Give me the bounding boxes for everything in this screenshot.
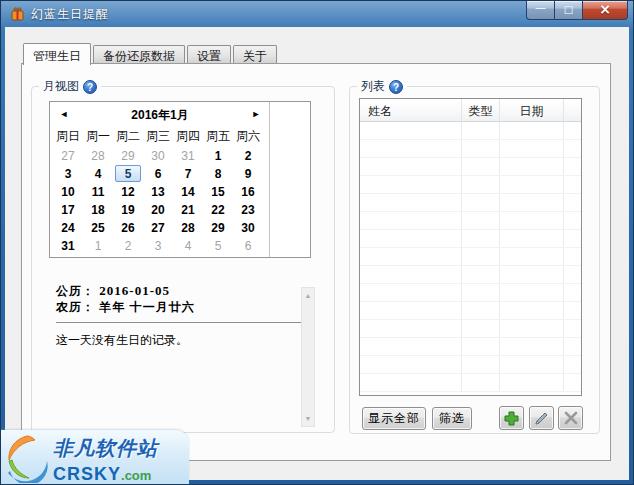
- calendar-day[interactable]: 18: [83, 201, 113, 219]
- table-cell: [564, 176, 581, 193]
- calendar-day[interactable]: 31: [173, 147, 203, 165]
- list-label: 列表: [361, 78, 385, 95]
- calendar-day[interactable]: 29: [113, 147, 143, 165]
- calendar-day[interactable]: 9: [233, 165, 263, 183]
- calendar-day[interactable]: 17: [53, 201, 83, 219]
- table-cell: [564, 284, 581, 301]
- table-cell: [462, 212, 500, 229]
- table-cell: [500, 194, 564, 211]
- table-cell: [360, 158, 462, 175]
- table-cell: [564, 230, 581, 247]
- calendar-day[interactable]: 12: [113, 183, 143, 201]
- tab-settings[interactable]: 设置: [187, 45, 231, 64]
- calendar-month-title[interactable]: 2016年1月: [70, 107, 250, 124]
- calendar-day[interactable]: 30: [233, 219, 263, 237]
- calendar-day[interactable]: 27: [143, 219, 173, 237]
- calendar-day[interactable]: 26: [113, 219, 143, 237]
- scroll-up-button[interactable]: ▲: [302, 288, 314, 303]
- tab-backup-restore[interactable]: 备份还原数据: [93, 45, 185, 64]
- calendar-day[interactable]: 1: [83, 237, 113, 255]
- show-all-button[interactable]: 显示全部: [362, 407, 426, 430]
- add-button[interactable]: [499, 406, 524, 430]
- table-cell: [564, 140, 581, 157]
- calendar-day[interactable]: 3: [143, 237, 173, 255]
- calendar-day[interactable]: 7: [173, 165, 203, 183]
- calendar-day-selected[interactable]: 5: [113, 165, 143, 183]
- calendar-day[interactable]: 15: [203, 183, 233, 201]
- column-header-name[interactable]: 姓名: [360, 99, 462, 121]
- client-area: 管理生日备份还原数据设置关于 月视图 ? ◄ ► 2016年1月 周日周一周二周…: [5, 27, 629, 480]
- table-cell: [462, 266, 500, 283]
- calendar-day[interactable]: 31: [53, 237, 83, 255]
- table-cell: [564, 212, 581, 229]
- calendar-day[interactable]: 29: [203, 219, 233, 237]
- help-icon[interactable]: ?: [389, 80, 403, 94]
- weekday-header-row: 周日周一周二周三周四周五周六: [53, 128, 263, 146]
- calendar-day[interactable]: 5: [203, 237, 233, 255]
- window-controls: — □ ×: [526, 1, 628, 20]
- column-header-date[interactable]: 日期: [500, 99, 564, 121]
- weekday-label: 周二: [113, 128, 143, 146]
- calendar-day[interactable]: 13: [143, 183, 173, 201]
- delete-button[interactable]: [558, 406, 583, 430]
- calendar-day[interactable]: 23: [233, 201, 263, 219]
- selected-day-highlight: 5: [115, 165, 141, 182]
- calendar-day[interactable]: 4: [173, 237, 203, 255]
- calendar-day[interactable]: 3: [53, 165, 83, 183]
- calendar-day[interactable]: 14: [173, 183, 203, 201]
- listview-header: 姓名类型日期: [360, 99, 581, 122]
- table-row: [360, 230, 581, 248]
- table-cell: [360, 194, 462, 211]
- next-month-button[interactable]: ►: [248, 106, 264, 122]
- scroll-down-button[interactable]: ▼: [302, 411, 314, 426]
- window-title: 幻蓝生日提醒: [31, 6, 109, 23]
- filter-button[interactable]: 筛选: [432, 407, 472, 430]
- calendar-day[interactable]: 27: [53, 147, 83, 165]
- table-cell: [462, 284, 500, 301]
- app-window: 幻蓝生日提醒 — □ × 管理生日备份还原数据设置关于 月视图 ? ◄ ► 20…: [0, 0, 634, 485]
- calendar-day[interactable]: 11: [83, 183, 113, 201]
- calendar-day[interactable]: 21: [173, 201, 203, 219]
- calendar-day[interactable]: 10: [53, 183, 83, 201]
- table-row: [360, 248, 581, 266]
- help-icon[interactable]: ?: [83, 80, 97, 94]
- calendar-day[interactable]: 30: [143, 147, 173, 165]
- info-scrollbar[interactable]: ▲ ▼: [301, 287, 315, 427]
- calendar-day[interactable]: 2: [113, 237, 143, 255]
- column-header-type[interactable]: 类型: [462, 99, 500, 121]
- calendar-day[interactable]: 6: [233, 237, 263, 255]
- table-cell: [500, 230, 564, 247]
- calendar-day[interactable]: 16: [233, 183, 263, 201]
- table-cell: [462, 356, 500, 373]
- edit-button[interactable]: [529, 406, 554, 430]
- table-cell: [564, 248, 581, 265]
- close-button[interactable]: ×: [582, 1, 628, 20]
- calendar-day[interactable]: 19: [113, 201, 143, 219]
- calendar-day[interactable]: 24: [53, 219, 83, 237]
- calendar-day[interactable]: 25: [83, 219, 113, 237]
- selected-date-info: 公历： 2016-01-05 农历： 羊年 十一月廿六 这一天没有生日的记录。: [56, 283, 301, 348]
- tab-manage-birthdays[interactable]: 管理生日: [23, 43, 91, 65]
- tab-about[interactable]: 关于: [233, 45, 277, 64]
- table-cell: [500, 140, 564, 157]
- table-cell: [462, 302, 500, 319]
- weekday-label: 周三: [143, 128, 173, 146]
- calendar-day[interactable]: 22: [203, 201, 233, 219]
- calendar-day[interactable]: 8: [203, 165, 233, 183]
- calendar-day[interactable]: 20: [143, 201, 173, 219]
- table-cell: [500, 356, 564, 373]
- table-cell: [500, 374, 564, 391]
- calendar-day[interactable]: 2: [233, 147, 263, 165]
- calendar-separator: [269, 102, 270, 257]
- solar-date-label: 公历：: [56, 284, 95, 298]
- minimize-button[interactable]: —: [526, 1, 555, 20]
- maximize-button[interactable]: □: [555, 1, 582, 20]
- table-cell: [360, 248, 462, 265]
- calendar-day[interactable]: 1: [203, 147, 233, 165]
- calendar-day[interactable]: 28: [83, 147, 113, 165]
- calendar-day[interactable]: 4: [83, 165, 113, 183]
- month-calendar: ◄ ► 2016年1月 周日周一周二周三周四周五周六 2728293031123…: [49, 101, 311, 258]
- calendar-day[interactable]: 6: [143, 165, 173, 183]
- no-birthday-message: 这一天没有生日的记录。: [56, 332, 301, 348]
- calendar-day[interactable]: 28: [173, 219, 203, 237]
